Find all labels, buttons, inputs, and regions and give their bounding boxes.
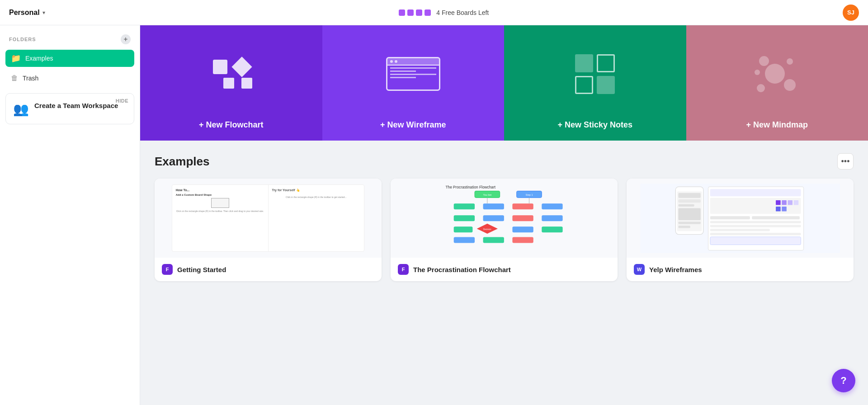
svg-text:The Procrastination Flowchart: The Procrastination Flowchart xyxy=(446,185,496,189)
trash-icon: 🗑 xyxy=(11,74,18,82)
mm-circle-2 xyxy=(787,58,793,65)
avatar[interactable]: SJ xyxy=(843,5,859,21)
wf-line-4 xyxy=(390,77,416,78)
folders-header: FOLDERS + xyxy=(5,34,134,44)
board-card-getting-started[interactable]: How To... Add a Custom Board Shape Click… xyxy=(155,179,382,281)
sticky-cell-1 xyxy=(575,54,593,72)
svg-rect-40 xyxy=(710,216,750,219)
new-mindmap-label: + New Mindmap xyxy=(746,120,808,130)
sidebar-item-trash[interactable]: 🗑 Trash xyxy=(5,71,134,86)
sticky-cell-2 xyxy=(597,54,615,72)
svg-rect-27 xyxy=(679,204,694,206)
svg-rect-32 xyxy=(710,189,801,196)
sidebar-item-label: Examples xyxy=(25,55,53,62)
svg-rect-29 xyxy=(679,221,701,224)
boards-left-text: 4 Free Boards Left xyxy=(436,9,489,16)
svg-rect-44 xyxy=(710,229,770,231)
team-content: 👥 Create a Team Workspace xyxy=(13,101,127,117)
board-card-procrastination[interactable]: The Procrastination Flowchart You bet St… xyxy=(391,179,618,281)
mindmap-dots xyxy=(752,54,802,94)
svg-rect-7 xyxy=(513,203,533,209)
board-type-badge-f: F xyxy=(162,264,173,275)
board-card-footer-2: F The Procrastination Flowchart xyxy=(391,258,618,281)
board-preview-yelp xyxy=(627,179,854,258)
svg-rect-15 xyxy=(454,226,473,232)
svg-rect-43 xyxy=(710,225,801,227)
svg-rect-28 xyxy=(679,208,701,220)
sidebar-item-examples[interactable]: 📁 Examples xyxy=(5,50,134,67)
gs-right-panel: Try for Yourself 👆 Click in the rectangl… xyxy=(269,185,364,251)
sticky-icon-area xyxy=(504,25,686,122)
board-card-footer-3: W Yelp Wireframes xyxy=(627,258,854,281)
svg-text:Decision: Decision xyxy=(483,228,491,230)
mindmap-icon-area xyxy=(686,25,868,122)
svg-rect-38 xyxy=(776,207,781,212)
dot-3 xyxy=(416,9,422,16)
svg-rect-33 xyxy=(710,198,801,213)
new-wireframe-label: + New Wireframe xyxy=(380,120,446,130)
svg-rect-25 xyxy=(679,193,701,198)
sticky-grid xyxy=(575,54,615,94)
new-wireframe-card[interactable]: + New Wireframe xyxy=(322,25,505,141)
flowchart-shapes xyxy=(210,60,252,89)
mm-circle-5 xyxy=(755,70,760,75)
wf-line-3 xyxy=(390,74,436,75)
create-team-workspace-card[interactable]: HIDE 👥 Create a Team Workspace xyxy=(5,93,134,124)
help-button[interactable]: ? xyxy=(832,369,855,392)
board-card-yelp[interactable]: W Yelp Wireframes xyxy=(627,179,854,281)
sticky-cell-4 xyxy=(597,76,615,94)
team-icon: 👥 xyxy=(13,102,29,117)
new-sticky-label: + New Sticky Notes xyxy=(557,120,632,130)
main-layout: FOLDERS + 📁 Examples 🗑 Trash HIDE 👥 Crea… xyxy=(0,25,868,405)
hide-label[interactable]: HIDE xyxy=(116,98,128,104)
svg-rect-9 xyxy=(454,215,475,221)
wf-line-2 xyxy=(390,71,416,72)
svg-rect-39 xyxy=(782,207,787,212)
boards-dots xyxy=(399,9,431,16)
board-type-badge-w: W xyxy=(634,264,645,275)
board-preview-procrastination: The Procrastination Flowchart You bet St… xyxy=(391,179,618,258)
folder-icon: 📁 xyxy=(11,53,21,63)
boards-counter: 4 Free Boards Left xyxy=(399,9,489,16)
svg-rect-37 xyxy=(794,200,799,205)
svg-rect-6 xyxy=(483,203,504,209)
new-flowchart-card[interactable]: + New Flowchart xyxy=(140,25,322,141)
wireframe-mock xyxy=(386,57,440,91)
add-folder-button[interactable]: + xyxy=(121,34,131,44)
new-mindmap-card[interactable]: + New Mindmap xyxy=(686,25,868,141)
svg-rect-12 xyxy=(542,215,562,221)
workspace-selector[interactable]: Personal ▾ xyxy=(9,9,45,17)
svg-rect-36 xyxy=(788,200,793,205)
svg-rect-41 xyxy=(752,216,800,219)
yelp-chart-svg xyxy=(640,184,840,253)
fc-small-square xyxy=(223,78,234,89)
svg-rect-5 xyxy=(454,203,475,209)
getting-started-preview: How To... Add a Custom Board Shape Click… xyxy=(172,184,365,252)
wf-dot-2 xyxy=(395,60,397,63)
mm-circle-center xyxy=(765,64,785,84)
board-card-title-3: Yelp Wireframes xyxy=(649,266,702,273)
content-area: + New Flowchart + New xyxy=(140,25,868,405)
more-options-button[interactable]: ••• xyxy=(837,153,854,170)
new-sticky-card[interactable]: + New Sticky Notes xyxy=(504,25,686,141)
sidebar: FOLDERS + 📁 Examples 🗑 Trash HIDE 👥 Crea… xyxy=(0,25,140,405)
svg-rect-8 xyxy=(542,203,562,209)
create-team-label: Create a Team Workspace xyxy=(34,101,118,110)
dot-2 xyxy=(407,9,414,16)
svg-rect-42 xyxy=(710,221,801,223)
dot-4 xyxy=(425,9,431,16)
svg-rect-35 xyxy=(782,200,787,205)
fc-small-square-2 xyxy=(241,78,252,89)
svg-rect-18 xyxy=(454,237,475,243)
new-boards-row: + New Flowchart + New xyxy=(140,25,868,141)
procrastination-chart-svg: The Procrastination Flowchart You bet St… xyxy=(402,183,606,254)
sticky-cell-3 xyxy=(575,76,593,94)
board-card-footer-1: F Getting Started xyxy=(155,258,382,281)
board-type-badge-f-2: F xyxy=(398,264,409,275)
board-card-title-2: The Procrastination Flowchart xyxy=(413,266,511,273)
svg-rect-34 xyxy=(776,200,781,205)
flowchart-icon-area xyxy=(140,25,322,122)
board-preview-getting-started: How To... Add a Custom Board Shape Click… xyxy=(155,179,382,258)
svg-text:Step 1: Step 1 xyxy=(526,193,533,196)
board-card-title-1: Getting Started xyxy=(177,266,226,273)
